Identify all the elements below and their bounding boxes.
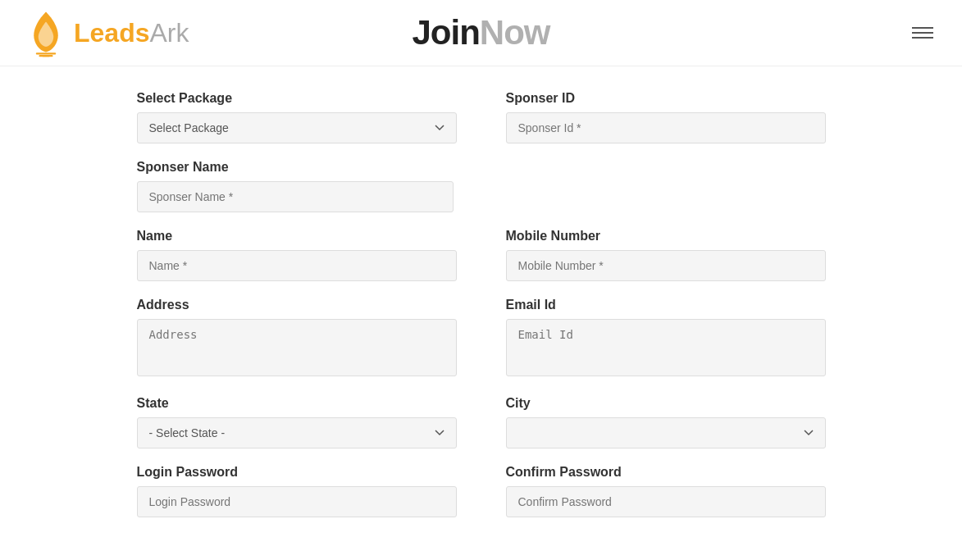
logo-leads: Leads: [74, 18, 149, 48]
login-password-group: Login Password: [137, 465, 457, 517]
select-package-dropdown[interactable]: Select Package: [137, 112, 457, 143]
name-input[interactable]: [137, 250, 457, 281]
address-label: Address: [137, 298, 457, 312]
title-now: Now: [480, 13, 550, 52]
sponser-name-input[interactable]: [137, 181, 454, 212]
logo-icon: [25, 8, 67, 57]
hamburger-line-3: [912, 37, 933, 39]
select-package-label: Select Package: [137, 91, 457, 106]
page-title: JoinNow: [413, 13, 550, 52]
sponser-id-label: Sponser ID: [506, 91, 826, 106]
name-label: Name: [137, 229, 457, 244]
state-group: State - Select State -: [137, 396, 457, 448]
hamburger-line-1: [912, 27, 933, 29]
city-group: City: [506, 396, 826, 448]
email-id-label: Email Id: [506, 298, 826, 312]
mobile-number-input[interactable]: [506, 250, 826, 281]
email-id-group: Email Id: [506, 298, 826, 380]
sponser-id-group: Sponser ID: [506, 91, 826, 143]
mobile-number-group: Mobile Number: [506, 229, 826, 281]
sponser-name-group: Sponser Name: [137, 160, 826, 212]
logo-text: LeadsArk: [74, 18, 189, 48]
header: LeadsArk JoinNow: [0, 0, 962, 66]
logo-ark: Ark: [149, 18, 189, 48]
hamburger-menu[interactable]: [908, 23, 937, 43]
login-password-label: Login Password: [137, 465, 457, 480]
logo: LeadsArk: [25, 8, 189, 57]
address-input[interactable]: [137, 319, 457, 376]
login-password-input[interactable]: [137, 486, 457, 517]
confirm-password-group: Confirm Password: [506, 465, 826, 517]
sponser-id-input[interactable]: [506, 112, 826, 143]
city-dropdown[interactable]: [506, 417, 826, 448]
name-group: Name: [137, 229, 457, 281]
state-dropdown[interactable]: - Select State -: [137, 417, 457, 448]
mobile-number-label: Mobile Number: [506, 229, 826, 244]
city-label: City: [506, 396, 826, 411]
select-package-group: Select Package Select Package: [137, 91, 457, 143]
email-id-input[interactable]: [506, 319, 826, 376]
confirm-password-input[interactable]: [506, 486, 826, 517]
sponser-name-label: Sponser Name: [137, 160, 826, 175]
hamburger-line-2: [912, 32, 933, 34]
confirm-password-label: Confirm Password: [506, 465, 826, 480]
title-join: Join: [413, 13, 480, 52]
registration-form: Select Package Select Package Sponser ID…: [121, 91, 842, 534]
address-group: Address: [137, 298, 457, 380]
state-label: State: [137, 396, 457, 411]
